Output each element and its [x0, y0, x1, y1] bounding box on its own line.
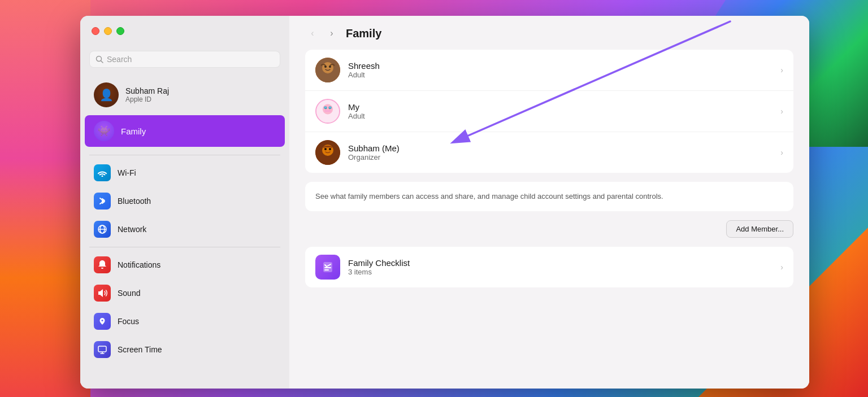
svg-rect-21: [325, 110, 331, 112]
minimize-button[interactable]: [104, 27, 112, 35]
apple-id-avatar: 👤: [94, 82, 119, 107]
checklist-card[interactable]: Family Checklist 3 items ›: [305, 247, 793, 287]
topbar: ‹ › Family: [289, 16, 809, 50]
wifi-icon: [94, 164, 111, 181]
member-info-subham: Subham (Me) Organizer: [348, 143, 772, 162]
avatar-my: [315, 99, 340, 124]
checklist-title: Family Checklist: [348, 258, 772, 268]
page-title: Family: [346, 27, 381, 40]
focus-icon: [94, 313, 111, 330]
svg-point-5: [102, 320, 103, 321]
sidebar-item-screentime[interactable]: Screen Time: [85, 336, 285, 363]
sidebar-item-sound[interactable]: Sound: [85, 280, 285, 307]
bluetooth-icon: [94, 193, 111, 210]
sidebar-notifications-label: Notifications: [118, 260, 160, 269]
sidebar-sound-label: Sound: [118, 289, 140, 298]
svg-point-10: [322, 62, 333, 73]
apple-id-subtitle: Apple ID: [125, 95, 169, 103]
member-row-shreesh[interactable]: Shreesh Adult ›: [305, 50, 793, 91]
sidebar-item-focus[interactable]: Focus: [85, 308, 285, 335]
sidebar-item-apple-id[interactable]: 👤 Subham Raj Apple ID: [85, 77, 285, 113]
chevron-my: ›: [780, 107, 783, 116]
sidebar-item-notifications[interactable]: Notifications: [85, 251, 285, 278]
svg-point-26: [329, 148, 331, 150]
member-role-subham: Organizer: [348, 153, 772, 162]
sidebar: 👤 Subham Raj Apple ID 👾 Family: [80, 16, 289, 389]
member-role-shreesh: Adult: [348, 71, 772, 79]
description-text: See what family members can access and s…: [315, 191, 783, 202]
back-button[interactable]: ‹: [305, 26, 320, 41]
screentime-icon: [94, 341, 111, 358]
member-name-my: My: [348, 102, 772, 112]
svg-rect-19: [324, 107, 327, 109]
svg-point-12: [324, 66, 327, 68]
sidebar-item-bluetooth[interactable]: Bluetooth: [85, 187, 285, 215]
member-name-subham: Subham (Me): [348, 143, 772, 153]
sidebar-focus-label: Focus: [118, 317, 139, 326]
svg-point-15: [323, 104, 333, 114]
svg-rect-20: [329, 107, 332, 109]
search-input[interactable]: [107, 55, 274, 64]
sidebar-network-label: Network: [118, 225, 146, 234]
content-area: Shreesh Adult ›: [289, 50, 809, 303]
sidebar-divider-2: [89, 247, 280, 247]
search-icon: [96, 55, 103, 63]
member-info-my: My Adult: [348, 102, 772, 120]
maximize-button[interactable]: [116, 27, 124, 35]
sidebar-wifi-label: Wi-Fi: [118, 168, 136, 177]
family-label: Family: [121, 126, 146, 136]
notifications-icon: [94, 256, 111, 273]
checklist-subtitle: 3 items: [348, 268, 772, 276]
sidebar-item-network[interactable]: Network: [85, 216, 285, 243]
chevron-checklist: ›: [780, 263, 783, 272]
member-info-shreesh: Shreesh Adult: [348, 61, 772, 79]
checklist-info: Family Checklist 3 items: [348, 258, 772, 276]
sidebar-item-wifi[interactable]: Wi-Fi: [85, 159, 285, 186]
description-card: See what family members can access and s…: [305, 182, 793, 211]
system-settings-window: 👤 Subham Raj Apple ID 👾 Family: [80, 16, 809, 389]
chevron-shreesh: ›: [780, 66, 783, 75]
checklist-icon: [315, 255, 340, 280]
member-row-subham[interactable]: Subham (Me) Organizer ›: [305, 132, 793, 173]
sound-icon: [94, 285, 111, 302]
svg-point-25: [324, 148, 327, 150]
svg-line-1: [101, 61, 103, 63]
apple-id-name: Subham Raj: [125, 86, 169, 95]
avatar-subham: [315, 140, 340, 165]
member-row-my[interactable]: My Adult ›: [305, 91, 793, 132]
add-member-area: Add Member...: [305, 220, 793, 238]
svg-rect-6: [98, 346, 106, 352]
forward-button[interactable]: ›: [324, 26, 339, 41]
add-member-button[interactable]: Add Member...: [726, 220, 793, 238]
family-avatar: 👾: [94, 121, 114, 141]
member-role-my: Adult: [348, 112, 772, 120]
members-card: Shreesh Adult ›: [305, 50, 793, 173]
chevron-subham: ›: [780, 148, 783, 157]
main-content: ‹ › Family: [289, 16, 809, 389]
sidebar-bluetooth-label: Bluetooth: [118, 197, 151, 206]
traffic-lights: [92, 27, 124, 35]
network-icon: [94, 221, 111, 238]
avatar-shreesh: [315, 58, 340, 82]
sidebar-divider-1: [89, 155, 280, 155]
apple-id-info: Subham Raj Apple ID: [125, 86, 169, 103]
svg-point-13: [329, 66, 331, 68]
member-name-shreesh: Shreesh: [348, 61, 772, 71]
sidebar-screentime-label: Screen Time: [118, 345, 162, 354]
search-bar[interactable]: [89, 51, 280, 68]
close-button[interactable]: [92, 27, 99, 35]
sidebar-item-family[interactable]: 👾 Family: [85, 115, 285, 147]
